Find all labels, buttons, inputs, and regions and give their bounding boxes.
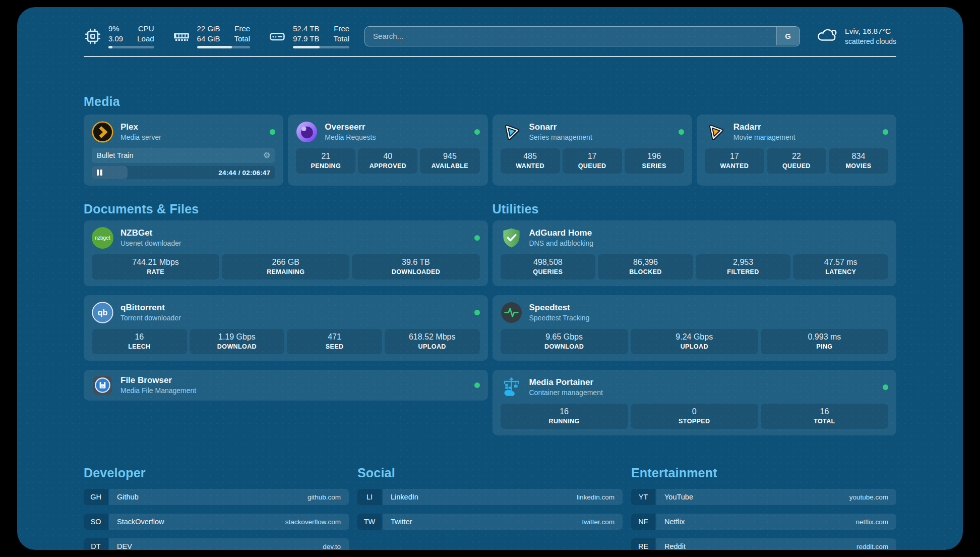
bookmark-group-developer: Developer GH Github github.com SO StackO… — [84, 466, 349, 550]
overseerr-status-dot — [474, 129, 480, 135]
overseerr-title: Overseerr — [325, 122, 376, 132]
bookmark-reddit[interactable]: RE Reddit reddit.com — [631, 538, 896, 550]
cloud-icon — [815, 26, 838, 47]
portainer-stat-running: 16 RUNNING — [501, 404, 628, 429]
bookmark-github[interactable]: GH Github github.com — [84, 489, 349, 505]
sonarr-icon — [501, 121, 522, 143]
bookmark-youtube[interactable]: YT YouTube youtube.com — [631, 489, 896, 505]
card-adguard[interactable]: AdGuard Home DNS and adblocking 498,508 … — [493, 220, 897, 286]
filebrowser-status-dot — [474, 382, 480, 388]
card-speedtest[interactable]: Speedtest Speedtest Tracking 9.65 Gbps D… — [493, 295, 897, 361]
disk-progress-fill — [293, 46, 320, 48]
speedtest-stat-ping: 0.993 ms PING — [761, 329, 888, 354]
adguard-stat-latency: 47.57 ms LATENCY — [793, 254, 888, 280]
memory-total-value: 64 GiB — [197, 34, 220, 44]
bookmark-youtube-abbr: YT — [631, 489, 655, 505]
search-input[interactable] — [364, 26, 800, 46]
plex-subtitle: Media server — [120, 133, 161, 142]
section-utilities: Utilities — [493, 202, 897, 435]
bookmark-github-url: github.com — [308, 493, 341, 501]
sonarr-stat-series: 196 SERIES — [625, 148, 684, 174]
search-provider-button[interactable]: G — [776, 27, 800, 45]
qbittorrent-icon: qb — [92, 302, 113, 323]
dashboard: 9% CPU 3.09 Load — [17, 7, 963, 550]
memory-free-label: Free — [234, 24, 250, 34]
overseerr-stat-available: 945 AVAILABLE — [420, 148, 479, 174]
plex-icon — [92, 121, 113, 143]
plex-player-bar: 24:44 / 02:06:47 — [92, 166, 275, 179]
memory-progress-bar — [197, 46, 251, 48]
nzbget-title: NZBGet — [120, 228, 181, 238]
search-container: G — [364, 26, 800, 46]
bookmark-twitter[interactable]: TW Twitter twitter.com — [357, 514, 623, 530]
disk-free-label: Free — [333, 24, 349, 34]
adguard-stat-queries: 498,508 QUERIES — [501, 254, 596, 280]
disk-icon — [268, 27, 286, 45]
bookmark-stackoverflow[interactable]: SO StackOverflow stackoverflow.com — [84, 514, 349, 530]
bookmark-heading-developer: Developer — [84, 466, 349, 480]
adguard-icon — [501, 227, 522, 249]
radarr-icon — [705, 121, 726, 143]
svg-text:qb: qb — [98, 308, 108, 317]
plex-status-dot — [270, 129, 275, 135]
speedtest-stat-download: 9.65 Gbps DOWNLOAD — [501, 329, 628, 354]
qbittorrent-stat-seed: 471 SEED — [287, 329, 382, 354]
portainer-status-dot — [883, 384, 888, 390]
bookmark-dev-name: DEV — [117, 542, 132, 550]
qbittorrent-stat-leech: 16 LEECH — [92, 329, 187, 354]
overseerr-icon — [296, 121, 318, 143]
plex-now-playing-title: Bullet Train — [97, 151, 134, 159]
bookmark-youtube-url: youtube.com — [849, 493, 888, 501]
nzbget-subtitle: Usenet downloader — [120, 239, 181, 248]
bookmark-linkedin[interactable]: LI LinkedIn linkedin.com — [357, 489, 623, 505]
gear-icon[interactable]: ⚙ — [263, 151, 270, 159]
card-overseerr[interactable]: Overseerr Media Requests 21 PENDING 40 A… — [288, 115, 487, 186]
bookmark-dev[interactable]: DT DEV dev.to — [84, 538, 349, 550]
card-radarr[interactable]: Radarr Movie management 17 WANTED 22 QUE… — [697, 115, 896, 186]
radarr-status-dot — [883, 129, 888, 135]
bookmark-github-name: Github — [117, 493, 139, 501]
sonarr-subtitle: Series management — [529, 133, 592, 142]
section-documents: Documents & Files nzbget — [84, 202, 488, 435]
memory-total-label: Total — [234, 34, 250, 44]
speedtest-title: Speedtest — [529, 302, 590, 313]
radarr-stat-wanted: 17 WANTED — [705, 148, 764, 174]
pause-icon[interactable] — [97, 170, 102, 176]
filebrowser-title: File Browser — [120, 375, 196, 385]
bookmark-reddit-name: Reddit — [664, 542, 686, 550]
card-plex[interactable]: Plex Media server Bullet Train ⚙ 24:44 /… — [84, 115, 283, 186]
bookmark-netflix-abbr: NF — [631, 514, 655, 530]
bookmark-netflix[interactable]: NF Netflix netflix.com — [631, 514, 896, 530]
memory-widget: 22 GiB Free 64 GiB Total — [172, 24, 251, 48]
radarr-stat-queued: 22 QUEUED — [767, 148, 826, 174]
nzbget-stat-rate: 744.21 Mbps RATE — [92, 254, 219, 280]
weather-condition: scattered clouds — [845, 37, 896, 46]
nzbget-stat-downloaded: 39.6 TB DOWNLOADED — [352, 254, 479, 280]
bookmark-youtube-name: YouTube — [664, 493, 693, 501]
portainer-title: Media Portainer — [529, 377, 603, 387]
bookmark-netflix-url: netflix.com — [855, 518, 888, 526]
card-nzbget[interactable]: nzbget NZBGet Usenet downloader 74 — [84, 220, 488, 286]
card-portainer[interactable]: Media Portainer Container management 16 … — [493, 370, 897, 435]
disk-total-label: Total — [333, 34, 349, 44]
bookmark-group-entertainment: Entertainment YT YouTube youtube.com NF … — [631, 466, 896, 550]
memory-free-value: 22 GiB — [197, 24, 220, 34]
topbar-divider — [84, 56, 896, 57]
speedtest-icon — [501, 302, 522, 323]
bookmark-stackoverflow-name: StackOverflow — [117, 518, 164, 526]
overseerr-stat-pending: 21 PENDING — [296, 148, 355, 174]
radarr-title: Radarr — [733, 122, 795, 132]
card-filebrowser[interactable]: File Browser Media File Management — [84, 370, 488, 401]
bookmark-linkedin-abbr: LI — [357, 489, 382, 505]
bookmark-reddit-url: reddit.com — [856, 543, 888, 550]
portainer-subtitle: Container management — [529, 388, 603, 398]
cpu-progress-fill — [108, 46, 112, 48]
svg-text:nzbget: nzbget — [95, 235, 110, 241]
card-sonarr[interactable]: Sonarr Series management 485 WANTED 17 Q… — [493, 115, 692, 186]
qbittorrent-title: qBittorrent — [120, 302, 181, 313]
bookmark-twitter-name: Twitter — [391, 518, 412, 526]
bookmark-stackoverflow-url: stackoverflow.com — [285, 518, 341, 526]
section-heading-utilities: Utilities — [493, 202, 897, 216]
resource-widgets: 9% CPU 3.09 Load — [84, 24, 349, 48]
card-qbittorrent[interactable]: qb qBittorrent Torrent downloader — [84, 295, 488, 361]
